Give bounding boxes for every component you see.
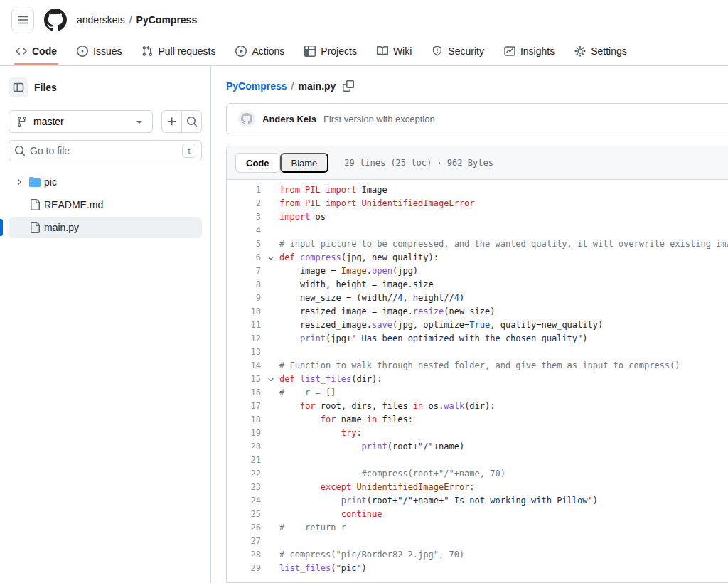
code-text: # r = [] [279, 386, 336, 400]
code-text: except UnidentifiedImageError: [279, 481, 475, 494]
nav-item-projects[interactable]: Projects [297, 41, 364, 64]
sidebar-panel-icon [13, 82, 24, 93]
code-text: for root, dirs, files in os.walk(dir): [279, 400, 496, 413]
go-to-file-input[interactable] [30, 145, 178, 156]
fold-toggle[interactable] [262, 373, 279, 386]
search-files-button[interactable] [181, 111, 201, 132]
line-number[interactable]: 15 [227, 373, 262, 386]
line-number[interactable]: 16 [227, 386, 262, 400]
code-text: def list_files(dir): [279, 373, 382, 386]
play-icon [235, 46, 247, 57]
tree-item-pic[interactable]: pic [9, 171, 202, 193]
code-line: 10 resized_image = image.resize(new_size… [227, 305, 728, 319]
code-line: 7 image = Image.open(jpg) [227, 264, 728, 278]
line-number[interactable]: 7 [227, 264, 262, 278]
line-number[interactable]: 10 [227, 305, 262, 319]
branch-selector[interactable]: master [9, 110, 153, 133]
code-text: continue [279, 508, 382, 521]
hamburger-menu-button[interactable] [11, 9, 34, 31]
line-number[interactable]: 2 [227, 197, 262, 210]
pull-request-icon [141, 46, 153, 57]
fold-spacer [262, 508, 279, 521]
copy-path-button[interactable] [343, 80, 354, 92]
line-number[interactable]: 13 [227, 346, 262, 359]
github-logo[interactable] [44, 9, 67, 31]
code-text: width, height = image.size [279, 278, 434, 292]
fold-spacer [262, 481, 279, 494]
code-text: from PIL import Image [279, 183, 387, 197]
line-number[interactable]: 18 [227, 413, 262, 427]
repo-owner-link[interactable]: anderskeis [77, 14, 125, 26]
nav-item-code[interactable]: Code [9, 41, 64, 64]
line-number[interactable]: 1 [227, 183, 262, 197]
line-number[interactable]: 25 [227, 508, 262, 521]
line-number[interactable]: 20 [227, 440, 262, 454]
nav-item-settings[interactable]: Settings [567, 41, 634, 64]
code-text: # return r [279, 521, 346, 535]
fold-spacer [262, 494, 279, 508]
fold-toggle[interactable] [262, 251, 279, 264]
tab-code[interactable]: Code [235, 153, 280, 173]
fold-spacer [262, 264, 279, 278]
tree-item-main.py[interactable]: main.py [9, 217, 202, 238]
fold-spacer [262, 346, 279, 359]
fold-spacer [262, 237, 279, 251]
shortcut-key-badge: t [182, 144, 196, 158]
breadcrumb-repo-link[interactable]: PyCompress [226, 80, 287, 92]
nav-item-label: Settings [591, 46, 627, 57]
code-line: 15def list_files(dir): [227, 373, 728, 386]
commit-message[interactable]: First version with exception [323, 114, 435, 124]
main-panel: PyCompress / main.py Anders Keis First v… [211, 66, 728, 583]
tab-blame[interactable]: Blame [280, 153, 329, 173]
line-number[interactable]: 12 [227, 332, 262, 346]
active-file-indicator [0, 219, 3, 236]
line-number[interactable]: 3 [227, 210, 262, 224]
fold-spacer [262, 359, 279, 373]
line-number[interactable]: 26 [227, 521, 262, 535]
current-branch: master [33, 116, 128, 127]
line-number[interactable]: 19 [227, 427, 262, 440]
commit-author[interactable]: Anders Keis [262, 114, 316, 124]
line-number[interactable]: 21 [227, 454, 262, 467]
fold-spacer [262, 224, 279, 237]
line-number[interactable]: 23 [227, 481, 262, 494]
new-file-button[interactable] [162, 111, 181, 132]
line-number[interactable]: 27 [227, 535, 262, 548]
line-number[interactable]: 9 [227, 292, 262, 305]
line-number[interactable]: 24 [227, 494, 262, 508]
fold-spacer [262, 548, 279, 562]
collapse-sidebar-button[interactable] [9, 77, 28, 97]
line-number[interactable]: 6 [227, 251, 262, 264]
line-number[interactable]: 11 [227, 319, 262, 332]
file-icon [29, 199, 41, 210]
line-number[interactable]: 22 [227, 467, 262, 481]
line-number[interactable]: 5 [227, 237, 262, 251]
nav-item-actions[interactable]: Actions [228, 41, 291, 64]
line-number[interactable]: 4 [227, 224, 262, 237]
copy-icon [343, 80, 354, 92]
line-number[interactable]: 28 [227, 548, 262, 562]
avatar[interactable] [238, 110, 255, 127]
tree-item-README.md[interactable]: README.md [9, 194, 202, 215]
latest-commit-bar[interactable]: Anders Keis First version with exception [226, 103, 728, 134]
line-number[interactable]: 14 [227, 359, 262, 373]
line-number[interactable]: 8 [227, 278, 262, 292]
line-number[interactable]: 17 [227, 400, 262, 413]
nav-item-security[interactable]: Security [424, 41, 491, 64]
nav-item-wiki[interactable]: Wiki [370, 41, 419, 64]
fold-spacer [262, 427, 279, 440]
repo-name-link[interactable]: PyCompress [136, 14, 198, 26]
nav-item-pull-requests[interactable]: Pull requests [134, 41, 223, 64]
line-number[interactable]: 29 [227, 562, 262, 575]
plus-icon [166, 116, 178, 127]
file-meta: 29 lines (25 loc) · 962 Bytes [344, 158, 493, 168]
nav-item-label: Projects [321, 46, 357, 57]
nav-item-insights[interactable]: Insights [497, 41, 562, 64]
files-title: Files [34, 82, 57, 93]
code-line: 16# r = [] [227, 386, 728, 400]
breadcrumb-separator: / [291, 80, 294, 92]
code-text: try: [279, 427, 362, 440]
nav-item-issues[interactable]: Issues [70, 41, 129, 64]
code-line: 1from PIL import Image [227, 183, 728, 197]
code-line: 13 [227, 346, 728, 359]
